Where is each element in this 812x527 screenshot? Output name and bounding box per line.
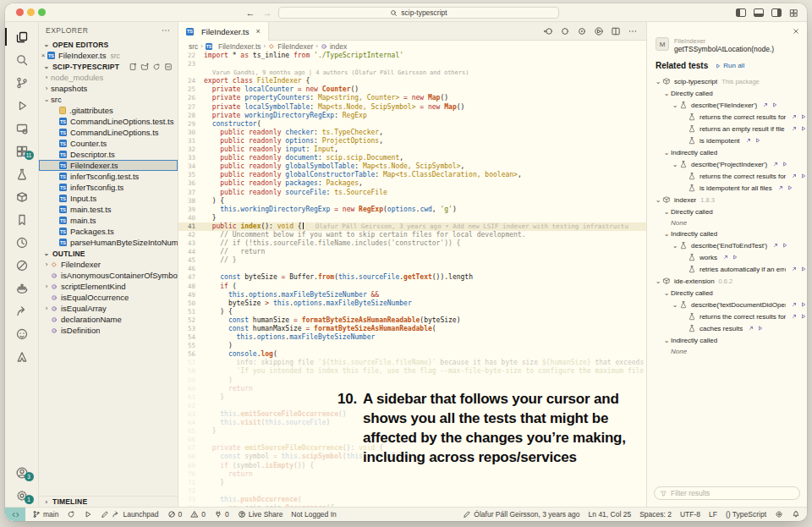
activity-run-and-debug[interactable] — [5, 94, 39, 117]
activity-azure[interactable] — [5, 345, 39, 368]
run-test-icon[interactable] — [800, 266, 807, 272]
outline-item-isequalarray[interactable]: ›isEqualArray — [39, 303, 178, 314]
code-line-72[interactable]: 72 — [178, 487, 646, 496]
code-line-58[interactable]: 58 'If you intended to index this file, … — [178, 367, 646, 376]
code-line-28[interactable]: 28 private workingDirectoryRegExp: RegEx… — [178, 112, 646, 120]
project-header[interactable]: ⌄ SCIP-TYPESCRIPT — [39, 61, 178, 72]
activity-timer[interactable] — [5, 231, 39, 254]
test-row[interactable]: ⌄describe('ProjectIndexer') — [647, 158, 807, 170]
toggle-secondary-sidebar-icon[interactable] — [771, 8, 782, 17]
status-git-branch[interactable]: main — [32, 510, 58, 519]
back-icon[interactable]: ← — [244, 8, 256, 18]
tree-item-node-modules[interactable]: ›node_modules — [39, 72, 178, 83]
code-line-49[interactable]: 49 this.options.maxFileByteSizeNumber && — [178, 291, 646, 299]
status-git-blame[interactable]: Ólafur Páll Geirsson, 3 years ago — [463, 510, 579, 519]
test-row[interactable]: ⌄describe('FileIndexer') — [647, 99, 807, 111]
zoom-window-button[interactable] — [38, 8, 46, 16]
new-file-button[interactable] — [129, 63, 137, 71]
open-editors-header[interactable]: ⌄ OPEN EDITORS — [39, 39, 178, 50]
minimize-window-button[interactable] — [27, 8, 35, 16]
code-line-54[interactable]: 54 this.options.maxFileByteSizeNumber — [178, 333, 646, 342]
test-row[interactable]: is idempotent for all files — [647, 182, 807, 194]
code-line-33[interactable]: 33 public readonly document: scip.scip.D… — [178, 154, 646, 162]
activity-docker[interactable] — [5, 277, 39, 299]
code-line-52[interactable]: 52 const humanSize = formatByteSizeAsHum… — [178, 316, 646, 325]
tree-item-main-ts[interactable]: TSmain.ts — [39, 215, 178, 226]
code-line-73[interactable]: 73 this.pushOccurrence( — [178, 496, 646, 504]
code-line-45[interactable]: 45 // } — [178, 256, 646, 265]
code-line-26[interactable]: 26 private propertyCounters: Map<string,… — [178, 94, 646, 102]
customize-layout-icon[interactable] — [789, 8, 798, 18]
code-line-53[interactable]: 53 const humanMaxSize = formatByteSizeAs… — [178, 325, 646, 333]
activity-search[interactable] — [5, 48, 39, 71]
status-sync-changes[interactable] — [67, 510, 75, 519]
toggle-primary-sidebar-icon[interactable] — [736, 8, 746, 17]
code-line-48[interactable]: 48 if ( — [178, 283, 646, 291]
close-window-button[interactable] — [16, 8, 24, 16]
code-line-29[interactable]: 29 constructor( — [178, 120, 646, 129]
more-actions-button[interactable] — [628, 26, 638, 36]
breadcrumb-item-index[interactable]: index — [321, 42, 347, 51]
status-indentation[interactable]: Spaces: 2 — [639, 510, 672, 519]
code-line-44[interactable]: 44 // return — [178, 248, 646, 256]
go-to-test-icon[interactable] — [791, 301, 798, 308]
circle-dot-button[interactable] — [577, 26, 587, 36]
activity-github[interactable] — [5, 322, 39, 345]
test-row[interactable]: ⌄Indirectly called — [647, 334, 807, 346]
tree-item-commandlineoptions-ts[interactable]: TSCommandLineOptions.ts — [39, 127, 178, 138]
activity-explorer[interactable] — [5, 25, 39, 48]
breadcrumb-item-fileindexer.ts[interactable]: TSFileIndexer.ts — [206, 42, 261, 51]
go-to-test-icon[interactable] — [745, 137, 752, 144]
outline-header[interactable]: ⌄ OUTLINE — [39, 248, 178, 259]
test-row[interactable]: ⌄Directly called — [647, 287, 807, 299]
test-row[interactable]: caches results — [647, 322, 807, 334]
run-test-icon[interactable] — [771, 102, 778, 108]
status-notifications[interactable] — [792, 510, 800, 519]
activity-settings[interactable]: 1 — [5, 484, 39, 507]
code-line-38[interactable]: 38 ) { — [178, 197, 646, 206]
close-tab-icon[interactable]: × — [256, 27, 261, 36]
code-line-50[interactable]: 50 byteSize > this.options.maxFileByteSi… — [178, 299, 646, 308]
code-line-55[interactable]: 55 ) — [178, 342, 646, 350]
status-launchpad[interactable]: Launchpad — [101, 510, 158, 519]
tree-item-snapshots[interactable]: ›snapshots — [39, 83, 178, 94]
test-row[interactable]: works — [647, 251, 807, 263]
status-live-share[interactable]: Live Share — [238, 510, 283, 519]
status-settings-status[interactable] — [775, 510, 783, 519]
run-test-icon[interactable] — [800, 313, 807, 320]
test-row[interactable]: ⌄indexer1.8.3 — [647, 194, 807, 206]
activity-testing[interactable] — [5, 162, 39, 185]
code-line-41[interactable]: 41 public index(): void {Ólafur Páll Gei… — [178, 222, 646, 231]
code-line-46[interactable]: 46 — [178, 265, 646, 273]
code-line-71[interactable]: 71 } — [178, 479, 646, 487]
collapse-all-button[interactable] — [164, 63, 173, 71]
go-to-test-icon[interactable] — [791, 313, 798, 320]
go-to-test-icon[interactable] — [777, 184, 784, 191]
status-encoding[interactable]: UTF-8 — [680, 510, 700, 519]
code-line-40[interactable]: 40 } — [178, 214, 646, 222]
code-line-43[interactable]: 43 // if (!this.sourceFile.fileName.incl… — [178, 239, 646, 248]
tree-item-main-test-ts[interactable]: TSmain.test.ts — [39, 204, 178, 215]
breadcrumb-item-fileindexer[interactable]: FileIndexer — [268, 42, 313, 51]
code-line-24[interactable]: 24export class FileIndexer { — [178, 77, 646, 85]
outline-item-scriptelementkind[interactable]: ›scriptElementKind — [39, 281, 178, 292]
outline-item-declarationname[interactable]: declarationName — [39, 314, 178, 325]
code-line-22[interactable]: 22import * as ts_inline from './TypeScri… — [178, 52, 646, 60]
test-row[interactable]: ⌄describe('EndToEndTest') — [647, 239, 807, 251]
test-row[interactable]: returns the correct results for a file — [647, 111, 807, 123]
status-login-status[interactable]: Not Logged In — [291, 510, 336, 519]
tree-item-fileindexer-ts[interactable]: TSFileIndexer.ts — [39, 160, 178, 171]
code-line-57[interactable]: 57 info: skipping file '${this.sourceFil… — [178, 359, 646, 367]
status-language-mode[interactable]: () TypeScript — [726, 510, 766, 519]
code-line-32[interactable]: 32 public readonly input: Input, — [178, 145, 646, 154]
tree-item-counter-ts[interactable]: TSCounter.ts — [39, 138, 178, 149]
split-editor-button[interactable] — [611, 26, 621, 36]
activity-packages[interactable] — [5, 185, 39, 208]
test-row[interactable]: ⌄describe('textDocumentDidOpenHandler') — [647, 299, 807, 310]
go-to-test-icon[interactable] — [772, 161, 779, 167]
go-to-test-icon[interactable] — [791, 266, 798, 272]
run-all-button[interactable]: Run all — [715, 62, 744, 69]
code-line-36[interactable]: 36 public readonly packages: Packages, — [178, 179, 646, 188]
code-line-35[interactable]: 35 public readonly globalConstructorTabl… — [178, 171, 646, 179]
code-line-74[interactable]: 74 new scip.scip.Occurrence({ — [178, 504, 646, 507]
